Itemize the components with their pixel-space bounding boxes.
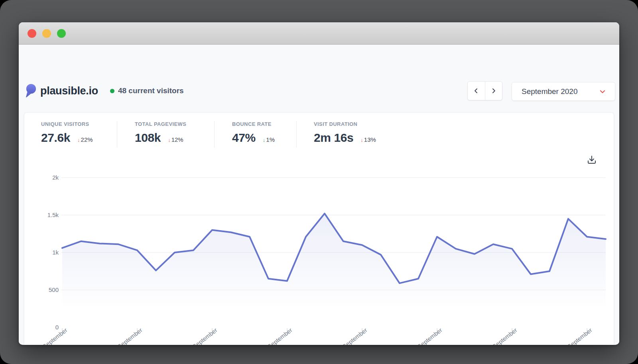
- current-visitors[interactable]: 48 current visitors: [110, 86, 184, 95]
- chevron-left-icon: [472, 87, 480, 95]
- x-axis-label: 21 September: [410, 327, 443, 345]
- traffic-light-close[interactable]: [28, 29, 36, 38]
- chevron-down-icon: [598, 87, 607, 96]
- live-dot-icon: [110, 89, 114, 93]
- prev-period-button[interactable]: [468, 82, 485, 100]
- x-axis-label: 13 September: [260, 327, 293, 345]
- dashboard-content: plausible.io 48 current visitors Septemb…: [19, 45, 619, 344]
- analytics-card: UNIQUE VISITORS 27.6k ↓22% TOTAL PAGEVIE…: [24, 112, 614, 345]
- x-axis-label: 17 September: [335, 327, 368, 345]
- y-axis-label: 500: [49, 286, 59, 293]
- next-period-button[interactable]: [485, 82, 502, 100]
- date-picker-label: September 2020: [522, 87, 598, 96]
- x-axis-label: 9 September: [187, 327, 219, 345]
- visitors-chart: 05001k1.5k2k1 September5 September9 Sept…: [24, 113, 614, 345]
- y-axis-label: 1.5k: [47, 211, 59, 218]
- y-axis-label: 0: [55, 324, 59, 331]
- current-visitors-label: 48 current visitors: [118, 86, 184, 95]
- browser-window: plausible.io 48 current visitors Septemb…: [19, 22, 619, 345]
- traffic-light-zoom[interactable]: [57, 29, 66, 38]
- chart-area-fill: [62, 213, 606, 327]
- x-axis-label: 1 September: [37, 327, 69, 345]
- window-titlebar: [19, 22, 619, 45]
- date-picker-button[interactable]: September 2020: [512, 82, 615, 101]
- site-header: plausible.io 48 current visitors: [26, 81, 184, 100]
- site-name[interactable]: plausible.io: [40, 85, 98, 97]
- plausible-logo-icon: [26, 84, 36, 98]
- y-axis-label: 1k: [52, 249, 59, 256]
- x-axis-label: 5 September: [112, 327, 144, 345]
- x-axis-label: 25 September: [484, 327, 518, 345]
- y-axis-label: 2k: [52, 174, 59, 181]
- date-nav-group: [467, 81, 502, 100]
- traffic-light-minimize[interactable]: [42, 29, 51, 38]
- chevron-right-icon: [490, 87, 498, 95]
- x-axis-label: 29 September: [559, 327, 593, 345]
